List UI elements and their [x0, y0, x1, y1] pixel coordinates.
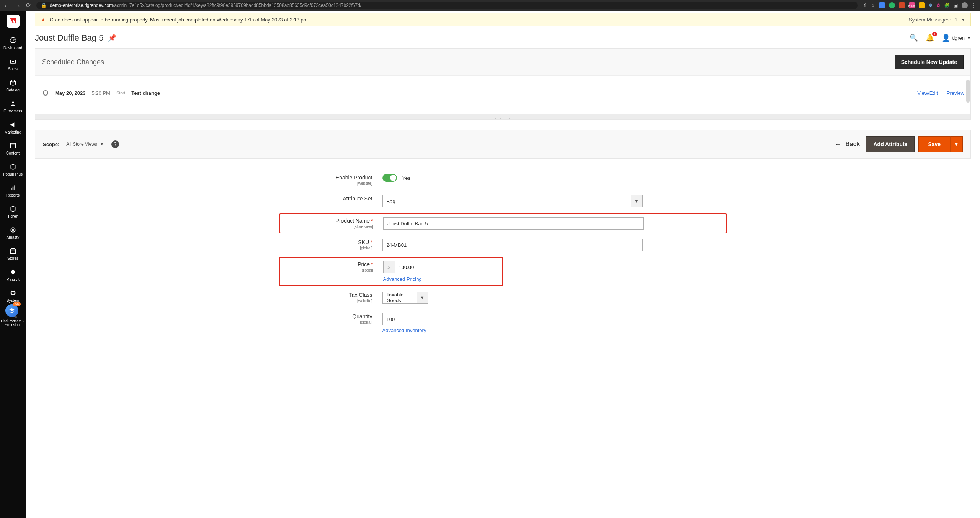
notifications-button[interactable]: 🔔 1 — [926, 34, 934, 42]
browser-chrome: ← → ⟳ 🔒 demo-enterprise.tigrendev.com/ad… — [0, 0, 980, 11]
enable-label: Enable Product — [336, 174, 372, 181]
panel-scrollbar[interactable] — [966, 80, 970, 103]
svg-rect-9 — [10, 250, 15, 254]
svg-rect-5 — [12, 187, 13, 190]
scope-action-bar: Scope: All Store Views ▼ ? ← Back Add At… — [35, 130, 971, 159]
sidebar-item-sales[interactable]: Sales — [0, 54, 26, 75]
scheduled-changes-panel: Scheduled Changes Schedule New Update Ma… — [35, 48, 971, 120]
required-mark: * — [371, 261, 373, 267]
ext-green-icon[interactable] — [889, 2, 895, 8]
svg-rect-6 — [14, 185, 15, 190]
row-advanced-pricing: Advanced Pricing — [284, 275, 498, 282]
schedule-new-update-button[interactable]: Schedule New Update — [895, 55, 964, 69]
scheduled-entry: May 20, 2023 5:20 PM Start Test change — [55, 90, 160, 96]
price-hint: [global] — [284, 268, 373, 273]
url-path: /admin_7e1q5x/catalog/product/edit/id/1/… — [113, 3, 361, 8]
browser-menu-icon[interactable]: ⋮ — [972, 3, 976, 8]
share-icon[interactable]: ⇧ — [863, 3, 867, 8]
highlight-price: Price* [global] $ Adva — [279, 257, 503, 286]
scope-value: All Store Views — [66, 142, 97, 147]
save-button[interactable]: Save — [918, 136, 950, 152]
sidebar-item-marketing[interactable]: Marketing — [0, 117, 26, 138]
users-icon — [9, 100, 17, 108]
row-advanced-inventory: Advanced Inventory — [283, 327, 723, 334]
app-logo[interactable] — [7, 15, 20, 28]
username: tigren — [952, 35, 965, 41]
user-menu[interactable]: 👤 tigren ▼ — [942, 34, 971, 42]
sidebar-item-stores[interactable]: Stores — [0, 243, 26, 264]
back-button[interactable]: ← Back — [835, 140, 860, 148]
ext-orange-icon[interactable] — [899, 2, 905, 8]
schedule-date: May 20, 2023 — [55, 90, 86, 96]
sidebar-item-catalog[interactable]: Catalog — [0, 75, 26, 96]
qty-label: Quantity — [352, 313, 372, 319]
name-hint: [store view] — [284, 224, 373, 229]
url-bar[interactable]: 🔒 demo-enterprise.tigrendev.com/admin_7e… — [36, 2, 858, 9]
quantity-input[interactable] — [382, 313, 428, 325]
cube-icon — [9, 79, 17, 86]
advanced-pricing-link[interactable]: Advanced Pricing — [383, 276, 422, 282]
row-sku: SKU* [global] — [283, 239, 723, 251]
browser-back-icon[interactable]: ← — [4, 2, 10, 9]
avatar-icon[interactable] — [962, 2, 968, 8]
ext-yellow-icon[interactable] — [919, 2, 925, 8]
diamond-icon — [9, 268, 17, 276]
sidebar-item-partners[interactable]: 🔌Find Partners & Extensions 56 — [0, 306, 26, 331]
enable-toggle[interactable] — [382, 174, 397, 182]
sidebar-item-tigren[interactable]: Tigren — [0, 201, 26, 222]
sidebar-item-content[interactable]: Content — [0, 138, 26, 159]
help-icon[interactable]: ? — [111, 140, 119, 148]
system-message-label: System Messages: — [909, 17, 951, 23]
schedule-view-edit-link[interactable]: View/Edit — [917, 90, 938, 96]
sku-input[interactable] — [382, 239, 643, 251]
ext-gear-icon[interactable]: ✿ — [936, 3, 940, 8]
svg-point-1 — [12, 61, 13, 62]
ext-snow-icon[interactable]: ❄ — [929, 3, 933, 8]
gauge-icon — [9, 37, 17, 44]
lock-icon: 🔒 — [41, 3, 47, 8]
schedule-time: 5:20 PM — [92, 90, 110, 96]
ext-panel-icon[interactable]: ▣ — [954, 3, 958, 8]
schedule-preview-link[interactable]: Preview — [947, 90, 964, 96]
row-product-name: Product Name* [store view] — [284, 217, 722, 230]
ext-google-icon[interactable] — [879, 2, 885, 8]
sidebar-item-customers[interactable]: Customers — [0, 96, 26, 117]
add-attribute-button[interactable]: Add Attribute — [866, 136, 915, 152]
sidebar-item-amasty[interactable]: Amasty — [0, 222, 26, 243]
chevron-down-icon[interactable]: ▼ — [961, 18, 965, 22]
arrow-left-icon: ← — [835, 140, 841, 148]
scope-select[interactable]: All Store Views ▼ — [66, 142, 103, 147]
browser-forward-icon[interactable]: → — [15, 2, 21, 9]
product-name-input[interactable] — [383, 217, 644, 230]
svg-point-8 — [12, 229, 14, 231]
sidebar-item-mirasvit[interactable]: Mirasvit — [0, 264, 26, 285]
row-enable-product: Enable Product [website] Yes — [283, 174, 723, 186]
required-mark: * — [371, 218, 373, 224]
price-label: Price — [358, 261, 370, 267]
save-dropdown-button[interactable]: ▼ — [950, 136, 963, 152]
hex-outline-icon — [9, 205, 17, 213]
advanced-inventory-link[interactable]: Advanced Inventory — [382, 327, 426, 333]
tax-hint: [website] — [283, 298, 372, 303]
chart-icon — [9, 184, 17, 192]
sidebar-item-dashboard[interactable]: Dashboard — [0, 33, 26, 54]
resize-handle[interactable]: ⋮⋮⋮⋮ — [35, 114, 970, 119]
sidebar-item-reports[interactable]: Reports — [0, 180, 26, 201]
star-icon[interactable]: ☆ — [871, 3, 875, 8]
tax-class-select[interactable]: Taxable Goods ▼ — [382, 292, 428, 304]
ext-puzzle-icon[interactable]: 🧩 — [944, 3, 950, 8]
timeline-rail — [44, 79, 44, 114]
browser-reload-icon[interactable]: ⟳ — [26, 2, 31, 9]
attr-set-value: Bag — [383, 199, 631, 204]
sidebar-item-popup-plus[interactable]: Popup Plus — [0, 159, 26, 180]
sales-icon — [9, 58, 17, 65]
chevron-down-icon: ▼ — [631, 195, 642, 207]
ext-new-icon[interactable]: NEW — [909, 2, 915, 8]
pin-icon[interactable]: 📌 — [108, 34, 116, 42]
price-input[interactable] — [395, 261, 429, 273]
url-host: demo-enterprise.tigrendev.com — [50, 3, 113, 8]
qty-hint: [global] — [283, 320, 372, 325]
attribute-set-select[interactable]: Bag ▼ — [382, 195, 643, 207]
system-message-count: 1 — [955, 17, 957, 23]
search-button[interactable]: 🔍 — [910, 34, 918, 42]
